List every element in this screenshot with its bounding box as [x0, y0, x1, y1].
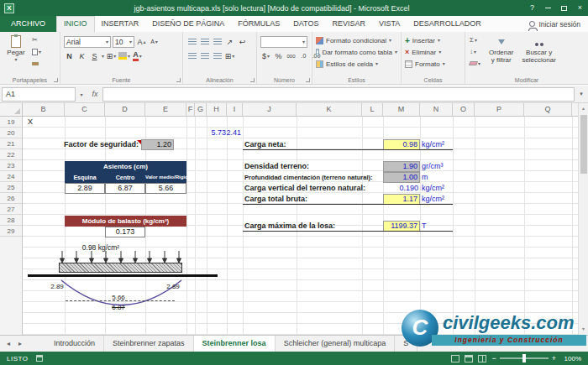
tab-insertar[interactable]: INSERTAR	[95, 16, 146, 32]
tab-desarrollador[interactable]: DESARROLLADOR	[407, 16, 488, 32]
cells-area[interactable]: 19 20 21 22 23 24 25 26 27 28 29 X 5.73 …	[0, 117, 578, 335]
row-header-28[interactable]: 28	[0, 215, 22, 226]
number-format-select[interactable]: ▾	[260, 36, 307, 48]
align-right-button[interactable]	[212, 50, 223, 62]
comma-style-button[interactable]: 000	[286, 50, 297, 62]
column-header-m[interactable]: M	[383, 103, 420, 116]
cut-button[interactable]: ✂	[31, 34, 42, 45]
page-layout-view-button[interactable]	[465, 355, 473, 362]
page-break-view-button[interactable]	[478, 355, 486, 362]
conditional-formatting-button[interactable]: Formato condicional ▾	[316, 34, 397, 46]
column-header-h[interactable]: H	[207, 103, 227, 116]
font-name-select[interactable]: Arial ▾	[64, 36, 111, 48]
column-header-f[interactable]: F	[186, 103, 195, 116]
align-bottom-button[interactable]	[212, 36, 223, 48]
profundidad-value[interactable]: 1.00	[383, 172, 420, 183]
column-header-j[interactable]: J	[243, 103, 297, 116]
column-header-d[interactable]: D	[105, 103, 145, 116]
italic-button[interactable]: K	[76, 50, 87, 62]
align-center-button[interactable]	[199, 50, 210, 62]
profundidad-unit[interactable]: m	[422, 172, 428, 183]
row-header-27[interactable]: 27	[0, 204, 22, 215]
formula-bar-expand-icon[interactable]: ▾	[575, 91, 588, 97]
zoom-in-button[interactable]: +	[552, 354, 556, 362]
delete-cells-button[interactable]: × Eliminar ▾	[405, 46, 461, 58]
cell-i20[interactable]: 2.41	[226, 128, 241, 138]
borders-button[interactable]: ⊞▾	[106, 50, 117, 62]
row-header-25[interactable]: 25	[0, 182, 22, 193]
align-middle-button[interactable]	[199, 36, 210, 48]
clipboard-dialog-launcher[interactable]	[54, 78, 58, 82]
help-button[interactable]: ?	[524, 0, 540, 16]
asientos-value-medio[interactable]: 5.66	[145, 183, 186, 194]
column-header-q[interactable]: Q	[524, 103, 572, 116]
asientos-value-esquina[interactable]: 2.89	[65, 183, 105, 194]
minimize-button[interactable]	[540, 0, 556, 16]
carga-vertical-label[interactable]: Carga vertical del terreno natural:	[244, 183, 365, 194]
select-all-corner[interactable]	[0, 103, 23, 116]
tab-inicio[interactable]: INICIO	[56, 16, 95, 32]
paste-button[interactable]: Pegar ▾	[3, 34, 29, 69]
align-left-button[interactable]	[186, 50, 197, 62]
column-header-p[interactable]: P	[475, 103, 524, 116]
row-header-29[interactable]: 29	[0, 226, 22, 237]
insert-cells-button[interactable]: + Insertar ▾	[405, 34, 461, 46]
sheet-tab-steinbrenner-losa[interactable]: Steinbrenner losa	[194, 336, 276, 352]
carga-vertical-value[interactable]: 0.190	[383, 183, 418, 194]
row-header-19[interactable]: 19	[0, 117, 22, 128]
row-header-24[interactable]: 24	[0, 171, 22, 182]
tab-vista[interactable]: VISTA	[372, 16, 407, 32]
scroll-up-icon[interactable]: ▴	[579, 103, 588, 114]
column-header-n[interactable]: N	[420, 103, 453, 116]
densidad-value[interactable]: 1.90	[383, 161, 420, 172]
close-button[interactable]: ×	[572, 0, 588, 16]
tab-formulas[interactable]: FÓRMULAS	[231, 16, 286, 32]
copy-button[interactable]: ▾	[31, 46, 42, 57]
zoom-slider-thumb[interactable]	[522, 354, 526, 362]
zoom-out-button[interactable]: −	[491, 354, 496, 362]
sheet-nav-prev-icon[interactable]: ◂	[7, 340, 10, 347]
formula-input[interactable]	[102, 87, 575, 102]
clear-button[interactable]: ▾	[469, 58, 481, 69]
row-header-22[interactable]: 22	[0, 149, 22, 160]
fill-color-button[interactable]: ▾	[118, 50, 130, 62]
fill-button[interactable]: ↓▾	[469, 46, 481, 57]
factor-seguridad-label[interactable]: Factor de seguridad:	[49, 139, 139, 150]
bold-button[interactable]: N	[64, 50, 75, 62]
column-header-l[interactable]: L	[362, 103, 383, 116]
font-dialog-launcher[interactable]	[176, 78, 181, 82]
sheet-tab-partial[interactable]: S	[395, 336, 417, 352]
profundidad-label[interactable]: Profundidad cimentación (terreno natural…	[244, 172, 373, 183]
asientos-header-centro[interactable]: Centro	[105, 172, 145, 183]
align-top-button[interactable]	[186, 36, 197, 48]
currency-button[interactable]: $▾	[260, 50, 271, 62]
sign-in-button[interactable]: Iniciar sesión	[529, 16, 588, 32]
cell-h20[interactable]: 5.73	[205, 128, 226, 138]
row-header-26[interactable]: 26	[0, 193, 22, 204]
font-color-button[interactable]: A▾	[132, 50, 143, 62]
sheet-nav-next-icon[interactable]: ▸	[18, 340, 22, 347]
format-painter-button[interactable]	[31, 58, 42, 69]
densidad-label[interactable]: Densidad terreno:	[244, 161, 309, 172]
name-box[interactable]: A1	[2, 87, 76, 102]
cell-b19[interactable]: X	[28, 117, 33, 128]
orientation-button[interactable]: ↗	[224, 36, 235, 48]
column-header-e[interactable]: E	[145, 103, 186, 116]
row-header-21[interactable]: 21	[0, 138, 22, 149]
balasto-value[interactable]: 0.173	[105, 227, 145, 237]
column-header-c[interactable]: C	[65, 103, 105, 116]
insert-function-button[interactable]: fx	[87, 90, 102, 98]
densidad-unit[interactable]: gr/cm³	[422, 161, 444, 172]
format-as-table-button[interactable]: Dar formato como tabla ▾	[316, 46, 397, 58]
row-header-20[interactable]: 20	[0, 128, 22, 138]
column-header-b[interactable]: B	[23, 103, 65, 116]
autosum-button[interactable]: Σ▾	[469, 34, 481, 45]
sheet-tab-steinbrenner-zapatas[interactable]: Steinbrenner zapatas	[104, 336, 194, 352]
shrink-font-button[interactable]: A▾	[149, 36, 160, 48]
tab-revisar[interactable]: REVISAR	[325, 16, 372, 32]
tab-archivo[interactable]: ARCHIVO	[0, 16, 56, 32]
restore-button[interactable]	[556, 0, 572, 16]
factor-seguridad-value[interactable]: 1.20	[141, 139, 174, 150]
asientos-table-title[interactable]: Asientos (cm)	[65, 161, 186, 172]
zoom-level[interactable]: 100%	[559, 355, 581, 362]
